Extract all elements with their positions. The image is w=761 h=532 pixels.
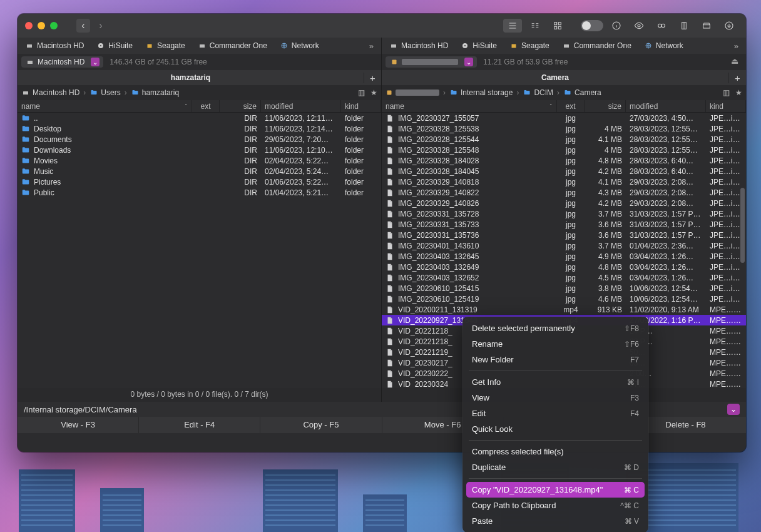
dual-pane-toggle[interactable] xyxy=(581,20,603,31)
file-row[interactable]: IMG_20230328_125544jpg4.1 MB28/03/2023, … xyxy=(382,134,746,145)
menu-item-delete-selected-permanently[interactable]: Delete selected permanently⇧F8 xyxy=(466,320,645,336)
file-row[interactable]: IMG_20230331_135728jpg3.7 MB31/03/2023, … xyxy=(382,208,746,219)
menu-item-paste[interactable]: Paste⌘ V xyxy=(466,513,645,529)
col-name[interactable]: name˄ xyxy=(18,100,192,112)
file-row[interactable]: IMG_20230610_125415jpg3.8 MB10/06/2023, … xyxy=(382,283,746,294)
col-name[interactable]: name˄ xyxy=(382,100,557,112)
menu-item-rename[interactable]: Rename⇧F6 xyxy=(466,336,645,352)
file-row[interactable]: IMG_20230328_125548jpg4 MB28/03/2023, 12… xyxy=(382,145,746,155)
workspace-picker[interactable]: ▥ xyxy=(355,88,367,97)
menu-item-quick-look[interactable]: Quick Look xyxy=(466,421,645,437)
col-ext[interactable]: ext xyxy=(192,100,220,112)
fav-network[interactable]: Network xyxy=(639,39,688,52)
file-row[interactable]: IMG_20230610_125419jpg4.6 MB10/06/2023, … xyxy=(382,294,746,304)
file-row[interactable]: ..DIR11/06/2023, 12:11…folder xyxy=(18,113,381,123)
nav-back-button[interactable]: ‹ xyxy=(76,19,90,33)
file-row[interactable]: DocumentsDIR29/05/2023, 7:20…folder xyxy=(18,134,381,145)
fav-hisuite[interactable]: HiSuite xyxy=(91,39,138,52)
view-list-button[interactable] xyxy=(503,19,522,33)
menu-item-copy-vid-20220927-131648-mp4-[interactable]: Copy "VID_20220927_131648.mp4"⌘ C xyxy=(466,482,645,498)
archive-button[interactable] xyxy=(675,19,693,33)
file-row[interactable]: MusicDIR02/04/2023, 5:24…folder xyxy=(18,166,381,176)
menu-item-duplicate[interactable]: Duplicate⌘ D xyxy=(466,459,645,475)
right-drive-selector[interactable]: ⌄ xyxy=(386,56,477,68)
queue-button[interactable] xyxy=(720,19,738,33)
hidden-files-button[interactable] xyxy=(652,19,671,33)
fav-overflow[interactable]: » xyxy=(729,41,743,51)
file-row[interactable]: MoviesDIR02/04/2023, 5:22…folder xyxy=(18,155,381,166)
crumb-segment[interactable] xyxy=(386,89,439,96)
col-modified[interactable]: modified xyxy=(626,100,706,112)
crumb-segment[interactable]: DCIM xyxy=(523,88,553,97)
favorite-star-icon[interactable]: ★ xyxy=(735,88,742,97)
left-tab-add[interactable]: + xyxy=(364,73,381,83)
fav-macintosh-hd[interactable]: Macintosh HD xyxy=(384,39,453,52)
crumb-segment[interactable]: hamzatariq xyxy=(131,88,179,97)
col-size[interactable]: size xyxy=(220,100,261,112)
view-brief-button[interactable] xyxy=(526,19,544,33)
col-modified[interactable]: modified xyxy=(261,100,341,112)
workspace-picker[interactable]: ▥ xyxy=(720,88,732,97)
file-row[interactable]: IMG_20230403_132649jpg4.8 MB03/04/2023, … xyxy=(382,262,746,272)
crumb-segment[interactable]: Camera xyxy=(563,88,601,97)
quicklook-button[interactable] xyxy=(630,19,648,33)
crumb-segment[interactable]: Internal storage xyxy=(449,88,513,97)
col-kind[interactable]: kind xyxy=(341,100,381,112)
fav-commander-one[interactable]: Commander One xyxy=(557,39,636,52)
file-row[interactable]: IMG_20230403_132652jpg4.5 MB03/04/2023, … xyxy=(382,272,746,283)
file-row[interactable]: IMG_20230327_155057jpg27/03/2023, 4:50…J… xyxy=(382,113,746,123)
nav-forward-button[interactable]: › xyxy=(94,19,108,33)
minimize-traffic-light[interactable] xyxy=(38,22,45,29)
ftp-button[interactable] xyxy=(697,19,716,33)
fav-seagate[interactable]: Seagate xyxy=(504,39,554,52)
file-row[interactable]: DesktopDIR11/06/2023, 12:14…folder xyxy=(18,123,381,134)
menu-item-view[interactable]: ViewF3 xyxy=(466,390,645,406)
file-row[interactable]: IMG_20230329_140826jpg4.2 MB29/03/2023, … xyxy=(382,198,746,208)
left-tab-active[interactable]: hamzatariq xyxy=(18,71,364,84)
file-row[interactable]: IMG_20230331_135733jpg3.6 MB31/03/2023, … xyxy=(382,219,746,230)
file-row[interactable]: IMG_20230328_125538jpg4 MB28/03/2023, 12… xyxy=(382,123,746,134)
menu-item-get-info[interactable]: Get Info⌘ I xyxy=(466,374,645,390)
fav-overflow[interactable]: » xyxy=(364,41,379,51)
favorite-star-icon[interactable]: ★ xyxy=(370,88,377,97)
file-row[interactable]: IMG_20230328_184045jpg4.2 MB28/03/2023, … xyxy=(382,166,746,176)
col-ext[interactable]: ext xyxy=(557,100,585,112)
eject-icon[interactable]: ⏏ xyxy=(731,56,742,68)
fav-commander-one[interactable]: Commander One xyxy=(193,39,272,52)
left-file-list[interactable]: ..DIR11/06/2023, 12:11…folderDesktopDIR1… xyxy=(18,113,381,388)
file-row[interactable]: IMG_20230328_184028jpg4.8 MB28/03/2023, … xyxy=(382,155,746,166)
menu-item-edit[interactable]: EditF4 xyxy=(466,406,645,421)
file-row[interactable]: IMG_20230329_140822jpg4.3 MB29/03/2023, … xyxy=(382,187,746,198)
crumb-segment[interactable]: Macintosh HD xyxy=(21,88,79,97)
file-row[interactable]: DownloadsDIR11/06/2023, 12:10…folder xyxy=(18,145,381,155)
file-row[interactable]: PicturesDIR01/06/2023, 5:22…folder xyxy=(18,176,381,187)
crumb-segment[interactable]: Users xyxy=(89,88,120,97)
fav-seagate[interactable]: Seagate xyxy=(140,39,190,52)
file-row[interactable]: IMG_20230401_143610jpg3.7 MB01/04/2023, … xyxy=(382,240,746,251)
scrollbar-thumb[interactable] xyxy=(740,188,745,263)
file-row[interactable]: IMG_20230331_135736jpg3.6 MB31/03/2023, … xyxy=(382,230,746,240)
col-kind[interactable]: kind xyxy=(706,100,746,112)
file-row[interactable]: VID_20200211_131319mp4913 KB11/02/2020, … xyxy=(382,304,746,315)
fav-hisuite[interactable]: HiSuite xyxy=(456,39,502,52)
menu-item-copy-path-to-clipboard[interactable]: Copy Path to Clipboard^⌘ C xyxy=(466,498,645,513)
right-tab-add[interactable]: + xyxy=(728,73,746,83)
close-traffic-light[interactable] xyxy=(25,22,33,29)
zoom-traffic-light[interactable] xyxy=(50,22,58,29)
info-button[interactable] xyxy=(607,19,626,33)
f5-copy-button[interactable]: Copy - F5 xyxy=(260,417,382,433)
col-size[interactable]: size xyxy=(585,100,626,112)
f3-view-button[interactable]: View - F3 xyxy=(18,417,139,433)
command-history-button[interactable]: ⌄ xyxy=(727,404,740,415)
fav-network[interactable]: Network xyxy=(275,39,324,52)
left-drive-selector[interactable]: Macintosh HD ⌄ xyxy=(21,56,103,68)
f4-edit-button[interactable]: Edit - F4 xyxy=(139,417,260,433)
menu-item-compress-selected-file-s-[interactable]: Compress selected file(s) xyxy=(466,444,645,459)
file-row[interactable]: IMG_20230329_140818jpg4.1 MB29/03/2023, … xyxy=(382,176,746,187)
fav-macintosh-hd[interactable]: Macintosh HD xyxy=(20,39,89,52)
file-row[interactable]: IMG_20230403_132645jpg4.9 MB03/04/2023, … xyxy=(382,251,746,262)
menu-item-new-folder[interactable]: New FolderF7 xyxy=(466,352,645,367)
view-grid-button[interactable] xyxy=(548,19,567,33)
right-tab-active[interactable]: Camera xyxy=(382,71,728,84)
file-row[interactable]: PublicDIR01/04/2023, 5:21…folder xyxy=(18,187,381,198)
